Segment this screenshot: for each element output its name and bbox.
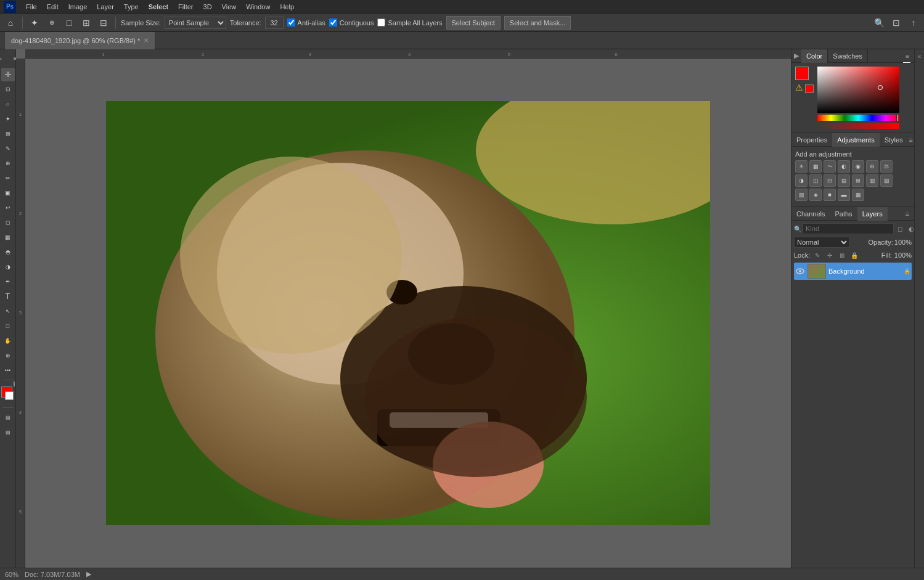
home-icon[interactable]: ⌂ — [4, 16, 17, 30]
gradient-tool[interactable]: ▦ — [1, 231, 15, 244]
move-tool[interactable]: ✛ — [1, 68, 15, 81]
selection-tool[interactable]: ⊡ — [1, 83, 15, 96]
select-and-mask-button[interactable]: Select and Mask... — [504, 16, 571, 30]
history-tool[interactable]: ↩ — [1, 201, 15, 214]
select-subject-button[interactable]: Select Subject — [446, 16, 501, 30]
text-tool[interactable]: T — [1, 290, 15, 303]
solid-color-icon[interactable]: ■ — [824, 189, 836, 201]
blend-mode-select[interactable]: Normal — [794, 237, 849, 248]
blur-tool[interactable]: ◓ — [1, 245, 15, 259]
layers-tab[interactable]: Layers — [857, 207, 888, 221]
layer-background[interactable]: Background 🔒 — [794, 263, 912, 280]
magic-wand-icon[interactable]: ✦ — [28, 16, 41, 30]
exposure-icon[interactable]: ◐ — [838, 160, 850, 173]
hand-tool[interactable]: ✋ — [1, 334, 15, 348]
add-selection-icon[interactable]: ⊞ — [80, 16, 93, 30]
pixel-filter-icon[interactable]: ◻ — [895, 224, 905, 234]
adjustments-tab[interactable]: Adjustments — [832, 133, 880, 147]
color-lookup-icon[interactable]: ▤ — [838, 174, 850, 187]
subtract-selection-icon[interactable]: ⊟ — [97, 16, 110, 30]
menu-select[interactable]: Select — [145, 0, 172, 14]
sample-size-select[interactable]: Point Sample 3 by 3 Average 5 by 5 Avera… — [165, 17, 226, 29]
sample-all-layers-checkbox[interactable] — [377, 18, 385, 27]
pen-tool[interactable]: ✒ — [1, 275, 15, 288]
menu-file[interactable]: File — [22, 0, 41, 14]
black-white-icon[interactable]: ◑ — [795, 174, 807, 187]
document-tab[interactable]: dog-4180480_1920.jpg @ 60% (RGB/8#) * ✕ — [5, 32, 155, 49]
more-tools-button[interactable]: ••• — [1, 364, 15, 377]
color-cube-icon[interactable] — [805, 84, 814, 93]
healing-tool[interactable]: ⊕ — [1, 157, 15, 170]
menu-help[interactable]: Help — [276, 0, 298, 14]
fill-value[interactable]: 100% — [894, 251, 912, 259]
menu-3d[interactable]: 3D — [200, 0, 216, 14]
lock-position-icon[interactable]: ✛ — [825, 250, 835, 260]
channels-tab[interactable]: Channels — [791, 207, 830, 221]
channel-mixer-icon[interactable]: ⊟ — [824, 174, 836, 187]
lock-all-icon[interactable]: 🔒 — [849, 250, 859, 260]
eyedropper-tool[interactable]: ✎ — [1, 142, 15, 155]
hue-sat-icon[interactable]: ⊛ — [866, 160, 878, 173]
gradient-map-icon[interactable]: ▨ — [795, 189, 807, 201]
layers-panel-menu-icon[interactable]: ≡ — [901, 207, 914, 221]
swatches-tab[interactable]: Swatches — [828, 49, 868, 63]
contiguous-checkbox[interactable] — [329, 18, 337, 27]
brightness-contrast-icon[interactable]: ☀ — [795, 160, 807, 173]
opacity-value[interactable]: 100% — [894, 239, 912, 246]
new-selection-icon[interactable]: □ — [62, 16, 76, 30]
styles-tab[interactable]: Styles — [880, 133, 908, 147]
layers-search-input[interactable] — [803, 223, 894, 234]
zoom-tool[interactable]: ⊕ — [1, 349, 15, 362]
color-tab[interactable]: Color — [801, 49, 828, 63]
quick-select-icon[interactable]: ⊕ — [45, 16, 59, 30]
dodge-tool[interactable]: ◑ — [1, 260, 15, 274]
foreground-color-box[interactable] — [795, 67, 809, 80]
lasso-tool[interactable]: ○ — [1, 97, 15, 111]
alpha-bar[interactable] — [817, 123, 899, 129]
color-gradient-picker[interactable] — [817, 67, 899, 113]
lock-artboard-icon[interactable]: ⊠ — [837, 250, 847, 260]
menu-type[interactable]: Type — [120, 0, 142, 14]
menu-filter[interactable]: Filter — [174, 0, 197, 14]
tolerance-input[interactable] — [265, 17, 284, 29]
tab-close-icon[interactable]: ✕ — [144, 37, 149, 44]
edit-toolbar-button[interactable]: ▤ — [1, 410, 15, 424]
color-balance-icon[interactable]: ⚖ — [880, 160, 893, 173]
curves-icon[interactable]: 〜 — [824, 160, 836, 173]
document-canvas[interactable] — [106, 101, 710, 525]
clone-tool[interactable]: ▣ — [1, 186, 15, 200]
vibrance-icon[interactable]: ◉ — [852, 160, 864, 173]
paths-tab[interactable]: Paths — [830, 207, 857, 221]
adj-panel-menu-icon[interactable]: ≡ — [908, 133, 914, 147]
photo-filter-icon[interactable]: ◫ — [809, 174, 822, 187]
background-color-swatch[interactable] — [5, 391, 14, 400]
brush-tool[interactable]: ✏ — [1, 171, 15, 185]
shape-tool[interactable]: □ — [1, 319, 15, 333]
eraser-tool[interactable]: ◻ — [1, 216, 15, 229]
crop-tool[interactable]: ⊠ — [1, 127, 15, 141]
threshold-icon[interactable]: ▧ — [880, 174, 893, 187]
anti-alias-checkbox[interactable] — [287, 18, 295, 27]
pattern-fill-icon[interactable]: ▦ — [852, 189, 864, 201]
menu-layer[interactable]: Layer — [93, 0, 118, 14]
status-arrow[interactable]: ▶ — [86, 570, 91, 578]
share-icon[interactable]: ↑ — [907, 16, 920, 30]
posterize-icon[interactable]: ▥ — [866, 174, 878, 187]
color-panel-menu-icon[interactable]: ≡ — [901, 49, 914, 63]
tool-presets-button[interactable]: ▤ — [1, 425, 15, 439]
properties-tab[interactable]: Properties — [791, 133, 832, 147]
selective-color-icon[interactable]: ◈ — [809, 189, 822, 201]
color-panel-collapse[interactable]: ▶ — [791, 49, 801, 63]
levels-icon[interactable]: ▦ — [809, 160, 822, 173]
collapse-right-panel-button[interactable]: « — [915, 52, 924, 60]
path-select-tool[interactable]: ↖ — [1, 304, 15, 318]
menu-image[interactable]: Image — [65, 0, 91, 14]
menu-edit[interactable]: Edit — [43, 0, 62, 14]
invert-icon[interactable]: ⊠ — [852, 174, 864, 187]
menu-window[interactable]: Window — [242, 0, 274, 14]
layer-visibility-icon[interactable] — [795, 266, 805, 276]
hue-spectrum-bar[interactable] — [817, 115, 899, 121]
menu-view[interactable]: View — [218, 0, 240, 14]
workspace-icon[interactable]: ⊡ — [889, 16, 903, 30]
gradient-fill-icon[interactable]: ▬ — [838, 189, 850, 201]
